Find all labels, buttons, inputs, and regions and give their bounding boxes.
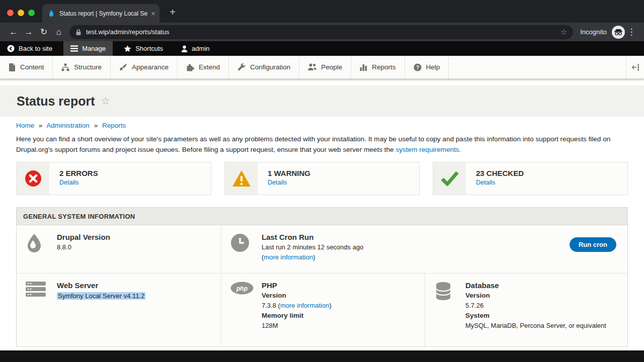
database-system-value: MySQL, MariaDB, Percona Server, or equiv… (465, 321, 619, 331)
error-icon (25, 170, 42, 187)
url-text: test.wip/admin/reports/status (86, 28, 556, 36)
address-input[interactable]: test.wip/admin/reports/status ☆ (69, 25, 573, 39)
errors-details-link[interactable]: Details (59, 179, 78, 186)
database-version-value: 5.7.26 (465, 301, 619, 311)
manage-label: Manage (82, 45, 106, 52)
web-server-value: Symfony Local Server v4.11.2 (57, 292, 145, 300)
menu-item-structure[interactable]: Structure (53, 56, 111, 78)
bookmark-star-icon[interactable]: ☆ (560, 28, 567, 37)
server-icon (26, 282, 46, 299)
database-cell: Database Version 5.7.26 System MySQL, Ma… (425, 274, 627, 346)
errors-card: 2 ERRORS Details (16, 162, 211, 195)
menu-item-label: Content (20, 63, 44, 71)
page-gap (0, 79, 644, 85)
shortcut-star-icon[interactable]: ☆ (101, 95, 111, 107)
toolbar-gap (170, 41, 174, 56)
general-system-information-panel: GENERAL SYSTEM INFORMATION Drupal Versio… (16, 207, 628, 347)
back-to-site-icon (7, 45, 15, 52)
new-tab-button[interactable]: + (166, 6, 179, 19)
back-to-site-label: Back to site (19, 45, 52, 52)
system-requirements-link[interactable]: system requirements. (395, 146, 461, 153)
svg-text:php: php (236, 285, 248, 292)
menu-item-appearance[interactable]: Appearance (111, 56, 178, 78)
tab-close-icon[interactable]: × (151, 10, 155, 17)
checkmark-icon (441, 171, 459, 186)
menu-item-label: Configuration (250, 63, 290, 71)
hamburger-icon (70, 45, 78, 52)
paren-close: ) (329, 302, 331, 309)
browser-menu-button[interactable]: ⋮ (625, 27, 638, 37)
home-button[interactable]: ⌂ (51, 27, 66, 37)
web-server-title: Web Server (57, 281, 213, 291)
paintbrush-icon (119, 63, 127, 71)
warnings-details-link[interactable]: Details (268, 179, 287, 186)
screen: Status report | Symfony Local Se × + ← →… (0, 0, 644, 362)
run-cron-button[interactable]: Run cron (570, 237, 616, 252)
toggle-orientation-icon (631, 64, 639, 71)
warnings-card: 1 WARNING Details (224, 162, 420, 195)
lock-icon[interactable] (75, 29, 82, 36)
close-window-button[interactable] (7, 10, 14, 16)
menu-item-reports[interactable]: Reports (351, 56, 405, 78)
breadcrumb-home[interactable]: Home (16, 122, 34, 129)
menu-item-content[interactable]: Content (0, 56, 53, 78)
menu-item-configuration[interactable]: Configuration (229, 56, 299, 78)
toolbar-gap (113, 41, 117, 56)
menu-item-extend[interactable]: Extend (178, 56, 229, 78)
people-icon (308, 63, 316, 71)
card-body: 2 ERRORS Details (49, 162, 98, 195)
drupal-admin-toolbar: Back to site Manage Shortcuts admin (0, 41, 644, 56)
minimize-window-button[interactable] (18, 10, 24, 16)
clock-icon (230, 233, 250, 254)
toolbar-orientation-toggle[interactable] (626, 56, 644, 78)
help-icon: ? (414, 63, 422, 71)
back-to-site-button[interactable]: Back to site (0, 41, 59, 56)
php-more-information-link[interactable]: more information (280, 302, 330, 309)
warning-iconbox (225, 162, 258, 195)
paren-close: ) (313, 253, 315, 261)
svg-text:?: ? (416, 64, 419, 70)
breadcrumb-separator: » (39, 122, 43, 129)
panel-row: Drupal Version 8.8.0 Last Cron Run Last … (17, 225, 627, 274)
drupal-version-title: Drupal Version (57, 232, 213, 242)
warning-icon (232, 170, 251, 187)
menu-item-label: Reports (372, 63, 395, 71)
drupal-version-value: 8.8.0 (57, 242, 213, 252)
card-body: 23 CHECKED Details (466, 162, 524, 195)
drupal-drop-icon (26, 233, 43, 255)
browser-address-bar: ← → ↻ ⌂ test.wip/admin/reports/status ☆ … (0, 23, 644, 41)
user-icon (181, 45, 188, 52)
user-label: admin (192, 45, 209, 52)
user-tab[interactable]: admin (174, 41, 216, 56)
intro-paragraph: Here you can find a short overview of yo… (16, 134, 628, 155)
menu-item-people[interactable]: People (299, 56, 351, 78)
database-version-label: Version (465, 291, 619, 301)
breadcrumb-separator: » (94, 122, 98, 129)
wrench-icon (237, 63, 246, 71)
database-title: Database (465, 281, 619, 291)
error-iconbox (17, 162, 49, 195)
manage-tab[interactable]: Manage (63, 41, 113, 56)
menu-item-help[interactable]: ? Help (405, 56, 449, 78)
php-memory-label: Memory limit (262, 311, 417, 321)
breadcrumb-reports[interactable]: Reports (102, 122, 126, 129)
shortcuts-tab[interactable]: Shortcuts (117, 41, 170, 56)
back-button[interactable]: ← (6, 27, 21, 37)
checked-details-link[interactable]: Details (476, 179, 495, 186)
summary-cards: 2 ERRORS Details 1 WARNING Details (16, 162, 628, 195)
cron-title: Last Cron Run (262, 232, 619, 242)
php-cell: php PHP Version 7.3.8 (more information)… (221, 274, 425, 346)
forward-button[interactable]: → (21, 27, 36, 37)
php-icon: php (230, 282, 254, 297)
menu-item-label: Appearance (132, 63, 169, 71)
intro-text: Here you can find a short overview of yo… (16, 135, 610, 153)
zoom-window-button[interactable] (28, 10, 35, 16)
puzzle-icon (186, 63, 194, 71)
cron-more-information-link[interactable]: more information (264, 253, 313, 261)
php-version-label: Version (262, 291, 417, 301)
page-title: Status report (17, 94, 95, 109)
card-body: 1 WARNING Details (258, 162, 310, 195)
browser-tab[interactable]: Status report | Symfony Local Se × (42, 4, 159, 23)
reload-button[interactable]: ↻ (36, 27, 51, 37)
breadcrumb-administration[interactable]: Administration (46, 122, 90, 129)
